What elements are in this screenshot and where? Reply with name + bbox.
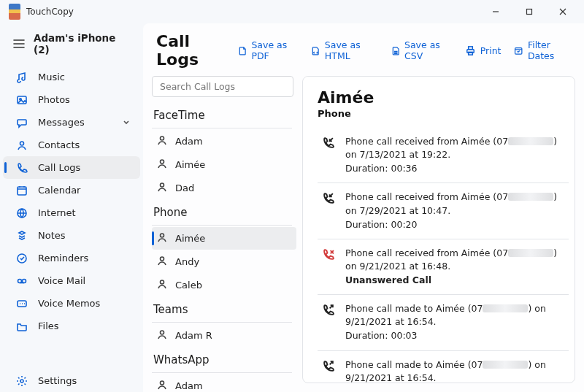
- contact-row[interactable]: Aimée: [152, 153, 296, 176]
- nav-label: Messages: [38, 117, 85, 128]
- person-icon: [156, 255, 168, 269]
- person-icon: [156, 328, 168, 342]
- call-log-item: Phone call received from Aimée (07) on 9…: [318, 239, 569, 295]
- csv-icon: [391, 45, 400, 56]
- window-minimize-button[interactable]: [479, 1, 512, 23]
- nav-photos[interactable]: Photos: [3, 88, 140, 111]
- svg-point-21: [161, 331, 164, 334]
- divider: [152, 225, 292, 226]
- call-log-item: Phone call received from Aimée (07) on 7…: [318, 183, 569, 239]
- nav-settings[interactable]: Settings: [3, 369, 140, 392]
- svg-point-20: [161, 280, 164, 284]
- redacted-number: [508, 193, 553, 201]
- contact-row[interactable]: Andy: [152, 250, 296, 273]
- html-icon: [311, 45, 320, 56]
- detail-panel: Aimée Phone Phone call received from Aim…: [302, 76, 575, 383]
- nav-label: Music: [38, 72, 65, 82]
- nav-calendar[interactable]: Calendar: [3, 179, 140, 201]
- print-button[interactable]: Print: [465, 39, 502, 61]
- nav-label: Reminders: [38, 253, 88, 264]
- svg-point-16: [161, 160, 164, 164]
- person-icon: [156, 158, 168, 172]
- contacts-panel: FaceTimeAdamAiméeDadPhoneAiméeAndyCalebT…: [152, 76, 298, 392]
- save-pdf-button[interactable]: Save as PDF: [238, 39, 298, 61]
- divider: [152, 322, 292, 323]
- contact-name: Adam: [175, 136, 203, 147]
- nav-label: Contacts: [38, 139, 80, 150]
- incoming-call-icon: [320, 191, 335, 231]
- save-html-button[interactable]: Save as HTML: [311, 39, 377, 61]
- call-log-text: Phone call received from Aimée (07) on 9…: [345, 247, 566, 287]
- sidebar: Adam's iPhone (2) Music Photos Messages …: [0, 23, 143, 392]
- contacts-icon: [16, 139, 28, 151]
- contact-row[interactable]: Adam: [152, 374, 296, 392]
- redacted-number: [508, 249, 553, 257]
- calendar-icon: [16, 185, 28, 196]
- person-icon: [156, 278, 168, 292]
- nav-messages[interactable]: Messages: [3, 111, 140, 134]
- contact-row[interactable]: Adam: [152, 130, 296, 153]
- save-csv-button[interactable]: Save as CSV: [391, 39, 452, 61]
- contact-row[interactable]: Adam R: [152, 324, 296, 347]
- nav-voicememos[interactable]: Voice Memos: [3, 292, 140, 315]
- hamburger-icon[interactable]: [13, 37, 25, 51]
- contact-name: Adam: [175, 380, 203, 391]
- divider: [152, 372, 292, 373]
- svg-rect-4: [18, 187, 26, 195]
- window-maximize-button[interactable]: [512, 1, 546, 23]
- search-input[interactable]: [152, 76, 293, 97]
- incoming-call-icon: [320, 135, 335, 175]
- nav-label: Voice Mail: [38, 275, 85, 286]
- chevron-down-icon: [123, 117, 130, 128]
- nav-call-logs[interactable]: Call Logs: [3, 156, 140, 179]
- filter-dates-button[interactable]: Filter Dates: [514, 39, 571, 61]
- nav-music[interactable]: Music: [3, 66, 140, 88]
- nav-label: Internet: [38, 207, 76, 218]
- globe-icon: [16, 207, 28, 219]
- contact-row[interactable]: Dad: [152, 177, 296, 199]
- person-icon: [156, 231, 168, 245]
- nav-files[interactable]: Files: [3, 315, 140, 337]
- messages-icon: [16, 117, 28, 128]
- print-icon: [465, 45, 476, 56]
- outgoing-call-icon: [320, 302, 335, 342]
- contact-name: Andy: [175, 256, 199, 267]
- outgoing-call-icon: [320, 358, 335, 384]
- nav-label: Files: [38, 320, 59, 331]
- photos-icon: [16, 94, 28, 106]
- reminders-icon: [16, 253, 28, 264]
- nav-internet[interactable]: Internet: [3, 201, 140, 224]
- contact-row[interactable]: Caleb: [152, 274, 296, 296]
- redacted-number: [483, 361, 528, 369]
- nav-voicemail[interactable]: Voice Mail: [3, 269, 140, 292]
- contact-name: Adam R: [175, 330, 212, 341]
- svg-point-17: [161, 183, 164, 187]
- app-title: TouchCopy: [26, 7, 74, 17]
- gear-icon: [16, 375, 28, 387]
- svg-point-15: [161, 137, 164, 140]
- nav-label: Calendar: [38, 185, 80, 196]
- call-log-text: Phone call made to Aimée (07) on 9/21/20…: [345, 302, 566, 342]
- nav-contacts[interactable]: Contacts: [3, 134, 140, 156]
- filter-icon: [514, 45, 523, 56]
- contact-row[interactable]: Aimée: [152, 227, 296, 250]
- svg-point-10: [20, 380, 23, 383]
- redacted-number: [483, 304, 528, 312]
- nav-reminders[interactable]: Reminders: [3, 247, 140, 269]
- window-close-button[interactable]: [546, 1, 580, 23]
- svg-rect-13: [468, 52, 472, 55]
- person-icon: [156, 379, 168, 392]
- call-log-item: Phone call received from Aimée (07) on 7…: [318, 128, 569, 183]
- music-icon: [16, 72, 28, 83]
- app-icon: [9, 4, 20, 20]
- voicememos-icon: [16, 298, 28, 310]
- call-log-text: Phone call received from Aimée (07) on 7…: [345, 191, 566, 231]
- svg-rect-0: [527, 9, 532, 15]
- call-log-text: Phone call made to Aimée (07) on 9/21/20…: [345, 358, 566, 384]
- page-title: Call Logs: [156, 32, 228, 69]
- contact-name: Dad: [175, 182, 194, 193]
- window-titlebar: TouchCopy: [0, 0, 584, 23]
- group-title: FaceTime: [152, 103, 298, 126]
- nav-label: Photos: [38, 94, 70, 105]
- nav-notes[interactable]: Notes: [3, 224, 140, 247]
